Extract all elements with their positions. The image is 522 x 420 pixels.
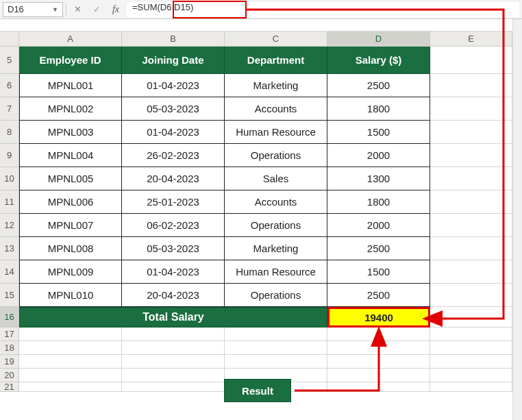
cell-D10[interactable]: 1300 [327,167,430,190]
cell-B19[interactable] [122,355,225,369]
row-header-14[interactable]: 14 [0,260,19,284]
cell-B21[interactable] [122,382,225,392]
cell-A15[interactable]: MPNL010 [19,284,122,307]
col-header-E[interactable]: E [430,32,512,47]
cell-C18[interactable] [225,341,327,355]
spreadsheet-grid[interactable]: A B C D E 5 Employee ID Joining Date Dep… [0,32,522,392]
col-header-A[interactable]: A [19,32,122,47]
cell-A12[interactable]: MPNL007 [19,214,122,237]
cell-B17[interactable] [122,328,225,341]
cell-D21[interactable] [327,382,430,392]
cell-E5[interactable] [430,47,512,74]
cell-E6[interactable] [430,74,512,97]
cell-D17[interactable] [327,328,430,341]
cell-D8[interactable]: 1500 [327,121,430,144]
cell-E8[interactable] [430,121,512,144]
name-box-dropdown-icon[interactable]: ▼ [52,6,58,13]
cell-E13[interactable] [430,237,512,260]
cell-E20[interactable] [430,369,512,382]
cell-E17[interactable] [430,328,512,341]
cell-A14[interactable]: MPNL009 [19,260,122,284]
cell-A18[interactable] [19,341,122,355]
total-salary-value[interactable]: 19400 [327,307,430,328]
cell-D6[interactable]: 2500 [327,74,430,97]
cell-D9[interactable]: 2000 [327,144,430,167]
cell-D19[interactable] [327,355,430,369]
row-header-10[interactable]: 10 [0,167,19,190]
row-header-5[interactable]: 5 [0,47,19,74]
cell-B18[interactable] [122,341,225,355]
cell-A21[interactable] [19,382,122,392]
col-header-D[interactable]: D [327,32,430,47]
cell-C17[interactable] [225,328,327,341]
cell-A7[interactable]: MPNL002 [19,97,122,121]
cell-C12[interactable]: Operations [225,214,327,237]
cell-B7[interactable]: 05-03-2023 [122,97,225,121]
cell-E11[interactable] [430,190,512,214]
cell-D11[interactable]: 1800 [327,190,430,214]
cell-E14[interactable] [430,260,512,284]
header-employee-id[interactable]: Employee ID [19,47,122,74]
col-header-C[interactable]: C [225,32,327,47]
cell-A9[interactable]: MPNL004 [19,144,122,167]
cell-E21[interactable] [430,382,512,392]
row-header-7[interactable]: 7 [0,97,19,121]
cell-B15[interactable]: 20-04-2023 [122,284,225,307]
vertical-scrollbar[interactable] [512,19,522,420]
cell-C19[interactable] [225,355,327,369]
cell-B10[interactable]: 20-04-2023 [122,167,225,190]
cell-B14[interactable]: 01-04-2023 [122,260,225,284]
row-header-11[interactable]: 11 [0,190,19,214]
row-header-17[interactable]: 17 [0,328,19,341]
cell-D13[interactable]: 2500 [327,237,430,260]
cell-C13[interactable]: Marketing [225,237,327,260]
row-header-20[interactable]: 20 [0,369,19,382]
cell-C7[interactable]: Accounts [225,97,327,121]
cell-C10[interactable]: Sales [225,167,327,190]
cell-B11[interactable]: 25-01-2023 [122,190,225,214]
row-header-9[interactable]: 9 [0,144,19,167]
cell-D15[interactable]: 2500 [327,284,430,307]
cell-B9[interactable]: 26-02-2023 [122,144,225,167]
cell-D18[interactable] [327,341,430,355]
row-header-12[interactable]: 12 [0,214,19,237]
formula-input[interactable]: =SUM(D6:D15) [127,2,519,17]
fx-icon[interactable]: fx [108,2,124,17]
cell-C6[interactable]: Marketing [225,74,327,97]
total-salary-label[interactable]: Total Salary [19,307,327,328]
cancel-formula-icon[interactable]: ✕ [69,2,86,17]
cell-B13[interactable]: 05-03-2023 [122,237,225,260]
cell-E10[interactable] [430,167,512,190]
cell-C14[interactable]: Human Resource [225,260,327,284]
cell-D12[interactable]: 2000 [327,214,430,237]
cell-A10[interactable]: MPNL005 [19,167,122,190]
row-header-13[interactable]: 13 [0,237,19,260]
cell-C15[interactable]: Operations [225,284,327,307]
cell-D7[interactable]: 1800 [327,97,430,121]
cell-B6[interactable]: 01-04-2023 [122,74,225,97]
cell-A19[interactable] [19,355,122,369]
row-header-18[interactable]: 18 [0,341,19,355]
cell-D14[interactable]: 1500 [327,260,430,284]
cell-A8[interactable]: MPNL003 [19,121,122,144]
cell-D20[interactable] [327,369,430,382]
cell-B20[interactable] [122,369,225,382]
cell-E7[interactable] [430,97,512,121]
cell-C11[interactable]: Accounts [225,190,327,214]
header-salary[interactable]: Salary ($) [327,47,430,74]
cell-E16[interactable] [430,307,512,328]
header-department[interactable]: Department [225,47,327,74]
cell-E19[interactable] [430,355,512,369]
row-header-15[interactable]: 15 [0,284,19,307]
cell-A20[interactable] [19,369,122,382]
row-header-8[interactable]: 8 [0,121,19,144]
col-header-B[interactable]: B [122,32,225,47]
row-header-6[interactable]: 6 [0,74,19,97]
cell-A13[interactable]: MPNL008 [19,237,122,260]
cell-A17[interactable] [19,328,122,341]
cell-B8[interactable]: 01-04-2023 [122,121,225,144]
select-all-corner[interactable] [0,32,19,47]
cell-A11[interactable]: MPNL006 [19,190,122,214]
cell-C8[interactable]: Human Resource [225,121,327,144]
cell-E9[interactable] [430,144,512,167]
